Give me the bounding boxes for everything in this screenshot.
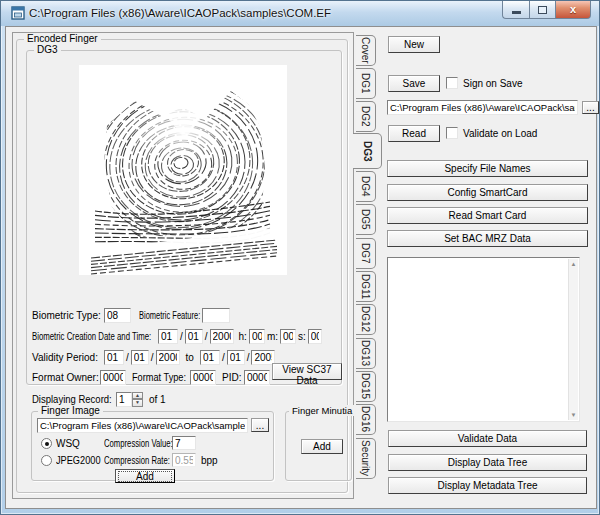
jpeg2000-row: JPEG2000 Compression Rate: bpp bbox=[41, 452, 220, 468]
minimize-icon bbox=[512, 11, 521, 14]
format-owner-label: Format Owner: bbox=[32, 372, 100, 383]
read-button[interactable]: Read bbox=[388, 125, 440, 142]
view-sc37-data-button[interactable]: View SC37 Data bbox=[272, 363, 342, 380]
display-metadata-tree-button[interactable]: Display Metadata Tree bbox=[388, 477, 587, 494]
tab-dg11[interactable]: DG11 bbox=[356, 271, 376, 302]
validity-from-month-input[interactable] bbox=[131, 350, 149, 365]
slash-separator: / bbox=[180, 331, 183, 342]
record-number-input[interactable] bbox=[116, 392, 132, 407]
wsq-row: WSQ Compression Value: bbox=[41, 435, 196, 451]
client-area: Cover DG1 DG2 DG3 DG4 DG5 DG7 DG11 DG12 … bbox=[5, 26, 597, 509]
display-data-tree-button[interactable]: Display Data Tree bbox=[388, 454, 587, 471]
jpeg2000-label: JPEG2000 bbox=[56, 455, 104, 466]
tab-cover[interactable]: Cover bbox=[356, 35, 376, 66]
tab-dg2[interactable]: DG2 bbox=[356, 101, 376, 132]
wsq-radio[interactable] bbox=[41, 438, 52, 449]
tab-security[interactable]: Security bbox=[356, 438, 376, 479]
app-window: C:\Program Files (x86)\Aware\ICAOPack\sa… bbox=[0, 0, 600, 515]
close-button[interactable]: x bbox=[556, 1, 591, 19]
validity-from-day-input[interactable] bbox=[104, 350, 124, 365]
spinner-up-icon[interactable]: ▲ bbox=[132, 392, 143, 400]
format-type-label: Format Type: bbox=[132, 372, 190, 383]
compression-value-input[interactable] bbox=[172, 436, 196, 450]
close-icon: x bbox=[570, 4, 576, 15]
pid-label: PID: bbox=[222, 372, 244, 383]
biometric-feature-label: Biometric Feature: bbox=[139, 310, 202, 321]
slash-separator: / bbox=[151, 352, 154, 363]
tab-dg16[interactable]: DG16 bbox=[356, 404, 376, 435]
finger-image-browse-button[interactable]: ... bbox=[251, 418, 269, 432]
save-button[interactable]: Save bbox=[388, 75, 440, 92]
output-listbox[interactable]: ▲ ▼ bbox=[387, 257, 580, 422]
validate-on-load-row: Validate on Load bbox=[446, 127, 537, 139]
validate-on-load-checkbox[interactable] bbox=[446, 127, 458, 139]
displaying-record-label: Displaying Record: bbox=[32, 394, 116, 405]
finger-image-path-row: ... bbox=[37, 417, 269, 433]
hours-label: h: bbox=[239, 331, 247, 342]
tab-dg3[interactable]: DG3 bbox=[353, 133, 382, 169]
read-smart-card-button[interactable]: Read Smart Card bbox=[387, 207, 588, 224]
specify-file-names-button[interactable]: Specify File Names bbox=[387, 160, 588, 177]
creation-year-input[interactable] bbox=[210, 329, 234, 344]
creation-month-input[interactable] bbox=[185, 329, 203, 344]
app-icon bbox=[11, 6, 25, 20]
spinner-down-icon[interactable]: ▼ bbox=[132, 399, 143, 407]
tab-dg7[interactable]: DG7 bbox=[356, 238, 376, 269]
biometric-type-label: Biometric Type: bbox=[32, 310, 104, 321]
compression-rate-input[interactable] bbox=[172, 453, 196, 467]
set-bac-mrz-data-button[interactable]: Set BAC MRZ Data bbox=[387, 230, 588, 247]
validity-to-month-input[interactable] bbox=[227, 350, 245, 365]
tab-dg5[interactable]: DG5 bbox=[356, 204, 376, 235]
format-type-input[interactable] bbox=[190, 370, 216, 385]
listbox-scrollbar[interactable]: ▲ ▼ bbox=[568, 259, 578, 420]
creation-datetime-label: Biometric Creation Date and Time: bbox=[32, 331, 158, 342]
tab-dg15[interactable]: DG15 bbox=[356, 371, 376, 402]
scroll-down-icon[interactable]: ▼ bbox=[569, 411, 578, 419]
scroll-up-icon[interactable]: ▲ bbox=[569, 260, 578, 268]
title-bar[interactable]: C:\Program Files (x86)\Aware\ICAOPack\sa… bbox=[1, 1, 599, 26]
pid-input[interactable] bbox=[244, 370, 270, 385]
jpeg2000-radio[interactable] bbox=[41, 455, 52, 466]
validate-data-button[interactable]: Validate Data bbox=[388, 430, 587, 447]
save-path-input[interactable] bbox=[387, 100, 578, 115]
new-button[interactable]: New bbox=[388, 36, 440, 53]
creation-day-input[interactable] bbox=[158, 329, 178, 344]
bpp-label: bpp bbox=[201, 455, 218, 466]
slash-separator: / bbox=[126, 352, 129, 363]
maximize-button[interactable] bbox=[529, 1, 556, 19]
caption-buttons: x bbox=[502, 1, 591, 19]
tab-dg12[interactable]: DG12 bbox=[356, 304, 376, 335]
validity-period-label: Validity Period: bbox=[32, 352, 104, 363]
finger-image-add-button[interactable]: Add bbox=[115, 469, 175, 483]
slash-separator: / bbox=[247, 352, 250, 363]
format-row: Format Owner: Format Type: PID: bbox=[32, 369, 270, 385]
finger-image-group-label: Finger Image bbox=[38, 405, 103, 416]
creation-datetime-row: Biometric Creation Date and Time: / / h:… bbox=[32, 328, 322, 344]
tab-dg4[interactable]: DG4 bbox=[356, 171, 376, 202]
save-path-browse-button[interactable]: ... bbox=[582, 101, 599, 114]
tab-dg1[interactable]: DG1 bbox=[356, 68, 376, 99]
minutes-label: m: bbox=[267, 331, 278, 342]
finger-image-path-input[interactable] bbox=[37, 418, 248, 433]
finger-minutia-add-button[interactable]: Add bbox=[301, 439, 343, 454]
validity-to-day-input[interactable] bbox=[200, 350, 220, 365]
validity-period-row: Validity Period: / / to / / bbox=[32, 349, 275, 365]
seconds-input[interactable] bbox=[308, 329, 322, 344]
config-smartcard-button[interactable]: Config SmartCard bbox=[387, 184, 588, 201]
biometric-feature-input[interactable] bbox=[202, 308, 230, 323]
hours-input[interactable] bbox=[249, 329, 265, 344]
to-label: to bbox=[186, 352, 194, 363]
biometric-type-input[interactable] bbox=[104, 308, 131, 323]
seconds-label: s: bbox=[298, 331, 306, 342]
minutes-input[interactable] bbox=[280, 329, 296, 344]
window-title: C:\Program Files (x86)\Aware\ICAOPack\sa… bbox=[29, 7, 331, 19]
validate-on-load-label: Validate on Load bbox=[463, 128, 537, 139]
minimize-button[interactable] bbox=[502, 1, 529, 19]
sign-on-save-checkbox[interactable] bbox=[446, 77, 458, 89]
format-owner-input[interactable] bbox=[100, 370, 126, 385]
tab-dg13[interactable]: DG13 bbox=[356, 338, 376, 369]
sign-on-save-row: Sign on Save bbox=[446, 77, 523, 89]
biometric-type-row: Biometric Type: Biometric Feature: bbox=[32, 307, 230, 323]
sign-on-save-label: Sign on Save bbox=[463, 78, 523, 89]
validity-from-year-input[interactable] bbox=[156, 350, 180, 365]
